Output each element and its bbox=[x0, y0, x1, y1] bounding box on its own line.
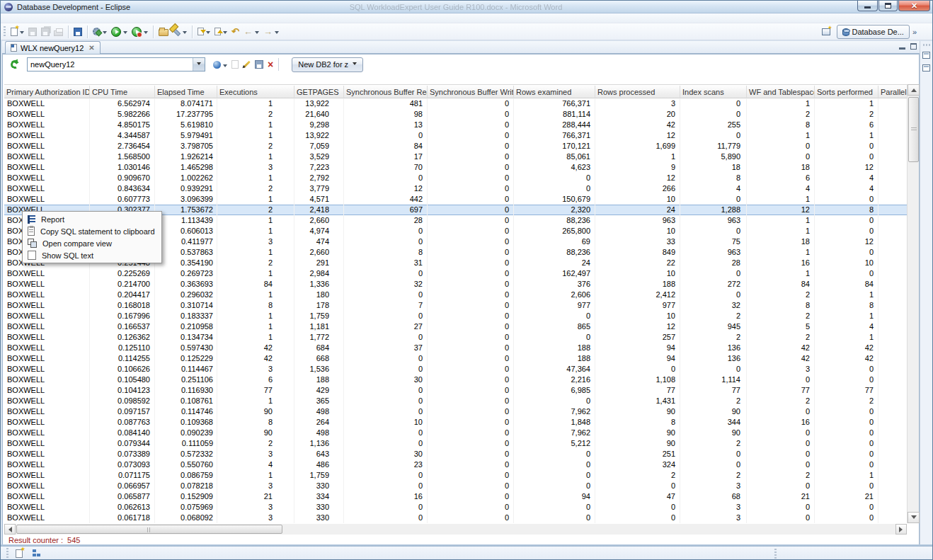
table-row[interactable]: BOXWELL 1.030146 1.465298 3 7,223 70 0 4… bbox=[4, 162, 907, 173]
table-row[interactable]: BOXWELL 0.073389 0.572332 3 643 30 0 0 2… bbox=[4, 449, 907, 459]
query-combo[interactable]: newQuery12 bbox=[27, 57, 205, 72]
new-wizard-fast-icon[interactable] bbox=[16, 549, 23, 558]
external-tools-button[interactable] bbox=[91, 24, 109, 40]
table-row[interactable]: BOXWELL 0.843634 0.939291 2 3,779 12 0 0… bbox=[4, 183, 907, 194]
scroll-up-button[interactable] bbox=[908, 84, 920, 96]
save-button[interactable] bbox=[26, 24, 39, 40]
table-row[interactable]: BOXWELL 0.087763 0.109368 8 264 10 0 1,8… bbox=[4, 417, 907, 428]
export-save-button[interactable] bbox=[71, 24, 84, 40]
table-row[interactable]: BOXWELL 0.204417 0.296032 1 180 0 0 2,60… bbox=[4, 290, 907, 300]
scroll-down-button[interactable] bbox=[908, 512, 920, 523]
close-button[interactable]: ✕ bbox=[898, 1, 930, 11]
toolbar-grip[interactable] bbox=[4, 26, 6, 38]
maximize-button[interactable] bbox=[878, 1, 898, 11]
context-menu-item[interactable]: Open compare view bbox=[24, 237, 160, 249]
context-menu-item[interactable]: Show SQL text bbox=[24, 249, 160, 261]
query-combo-dropdown[interactable] bbox=[193, 58, 205, 71]
scroll-right-button[interactable] bbox=[895, 524, 907, 535]
minimize-button[interactable] bbox=[857, 1, 878, 11]
table-row[interactable]: BOXWELL 0.126362 0.134734 1 1,772 0 0 0 … bbox=[4, 332, 907, 343]
table-row[interactable]: BOXWELL 0.166537 0.210958 1 1,181 27 0 8… bbox=[4, 321, 907, 332]
horizontal-scrollbar[interactable] bbox=[4, 524, 907, 535]
column-header-getpages[interactable]: GETPAGES bbox=[294, 86, 344, 98]
table-row[interactable]: BOXWELL 0.097157 0.114746 90 498 0 0 7,9… bbox=[4, 406, 907, 417]
table-row[interactable]: BOXWELL 0.062613 0.075969 3 330 0 0 0 0 … bbox=[4, 502, 907, 513]
context-menu-item[interactable]: Copy SQL statement to clipboard bbox=[24, 225, 160, 237]
outline-view-icon[interactable] bbox=[33, 549, 42, 558]
horizontal-scroll-thumb[interactable] bbox=[16, 525, 282, 534]
table-row[interactable]: BOXWELL 0.105480 0.251106 6 188 30 0 2,2… bbox=[4, 375, 907, 385]
column-header-elapsed-time[interactable]: Elapsed Time bbox=[155, 86, 217, 98]
table-row[interactable]: BOXWELL 0.079344 0.111059 2 1,136 0 0 5,… bbox=[4, 438, 907, 449]
column-header-synchronous-buffer-reads[interactable]: Synchronous Buffer Reads bbox=[344, 86, 428, 98]
tab-close-icon[interactable]: ✕ bbox=[88, 45, 94, 52]
perspective-overflow-chevron[interactable]: » bbox=[912, 28, 917, 36]
table-row[interactable]: BOXWELL 0.214700 0.363693 84 1,336 32 0 … bbox=[4, 279, 907, 290]
column-header-primary-authorization-id[interactable]: Primary Authorization ID bbox=[4, 86, 90, 98]
edit-query-button[interactable] bbox=[241, 57, 253, 72]
save-query-button[interactable] bbox=[253, 57, 265, 72]
restore-view-icon[interactable] bbox=[922, 52, 930, 59]
table-row[interactable]: BOXWELL 0.225269 0.269723 1 2,984 0 0 16… bbox=[4, 268, 907, 279]
vertical-scrollbar[interactable] bbox=[907, 84, 919, 523]
column-header-sorts-performed[interactable]: Sorts performed bbox=[815, 86, 878, 98]
column-header-parallel[interactable]: Parallel bbox=[878, 86, 907, 98]
context-menu-item[interactable]: Report bbox=[24, 213, 160, 225]
table-row[interactable]: BOXWELL 0.084140 0.090239 90 498 0 0 7,9… bbox=[4, 428, 907, 438]
table-row[interactable]: BOXWELL 0.125110 0.597430 42 684 37 0 18… bbox=[4, 343, 907, 353]
table-row[interactable]: BOXWELL 0.167996 0.183337 1 1,759 0 0 0 … bbox=[4, 311, 907, 321]
maximize-view-icon[interactable] bbox=[910, 43, 917, 50]
table-row[interactable]: BOXWELL 0.098592 0.108761 1 365 0 0 0 1,… bbox=[4, 396, 907, 406]
table-row[interactable]: BOXWELL 2.736454 3.798705 2 7,059 84 0 1… bbox=[4, 141, 907, 152]
table-row[interactable]: BOXWELL 0.073093 0.550760 4 486 23 0 0 3… bbox=[4, 459, 907, 470]
run-button[interactable] bbox=[109, 24, 130, 40]
table-row[interactable]: BOXWELL 0.065877 0.152909 21 334 16 0 94… bbox=[4, 491, 907, 502]
delete-query-button[interactable]: × bbox=[265, 57, 275, 72]
run-query-button[interactable] bbox=[130, 24, 150, 40]
table-row[interactable]: BOXWELL 0.061718 0.068092 3 330 0 0 0 0 … bbox=[4, 513, 907, 523]
perspective-database-development[interactable]: Database De... bbox=[837, 25, 910, 39]
back-button[interactable]: ← bbox=[241, 24, 261, 40]
refresh-query-button[interactable] bbox=[8, 57, 21, 72]
minimize-view-icon[interactable] bbox=[899, 47, 905, 50]
open-perspective-button[interactable] bbox=[820, 24, 832, 40]
table-row[interactable]: BOXWELL 0.071175 0.086759 1 1,759 0 0 0 … bbox=[4, 470, 907, 481]
column-header-synchronous-buffer-writes[interactable]: Synchronous Buffer Writes bbox=[428, 86, 514, 98]
table-row[interactable]: BOXWELL 5.982266 17.237795 2 21,640 98 0… bbox=[4, 109, 907, 120]
table-row[interactable]: BOXWELL 0.104123 0.116930 77 429 0 0 6,9… bbox=[4, 385, 907, 396]
column-header-index-scans[interactable]: Index scans bbox=[680, 86, 747, 98]
vertical-scroll-thumb[interactable] bbox=[908, 97, 919, 162]
print-button[interactable] bbox=[52, 24, 65, 40]
new-query-button[interactable] bbox=[211, 57, 229, 72]
next-annotation-button[interactable] bbox=[195, 24, 212, 40]
new-wizard-button[interactable] bbox=[8, 24, 26, 40]
editor-tab[interactable]: WLX newQuery12 ✕ bbox=[5, 41, 101, 54]
save-all-button[interactable] bbox=[39, 24, 52, 40]
bottom-bar-grip[interactable] bbox=[6, 548, 8, 559]
column-header-cpu-time[interactable]: CPU Time bbox=[90, 86, 155, 98]
column-header-rows-examined[interactable]: Rows examined bbox=[514, 86, 595, 98]
table-row[interactable]: BOXWELL 6.562974 8.074171 1 13,922 481 0… bbox=[4, 98, 907, 109]
fast-view-grip[interactable] bbox=[923, 44, 930, 46]
column-header-rows-processed[interactable]: Rows processed bbox=[595, 86, 680, 98]
column-header-executions[interactable]: Executions bbox=[217, 86, 294, 98]
editor-fast-view-icon[interactable] bbox=[922, 64, 930, 72]
table-row[interactable]: BOXWELL 0.114255 0.125229 42 668 0 0 188… bbox=[4, 353, 907, 364]
table-row[interactable]: BOXWELL 0.168018 0.310714 8 178 7 0 977 … bbox=[4, 300, 907, 311]
column-header-wf-and-tablespace-scans[interactable]: WF and Tablespace Scans bbox=[747, 86, 815, 98]
table-row[interactable]: BOXWELL 0.909670 1.002262 1 2,792 0 0 0 … bbox=[4, 173, 907, 183]
forward-button[interactable]: → bbox=[261, 24, 281, 40]
title-bar[interactable]: Database Development - Eclipse SQL Workl… bbox=[1, 1, 932, 13]
table-row[interactable]: BOXWELL 4.850175 5.619810 1 9,298 13 0 2… bbox=[4, 120, 907, 130]
subsystem-selector-button[interactable]: New DB2 for z bbox=[292, 57, 363, 72]
blank-page-button[interactable] bbox=[229, 57, 241, 72]
table-row[interactable]: BOXWELL 0.106626 0.114467 3 1,536 0 0 47… bbox=[4, 364, 907, 375]
scroll-left-button[interactable] bbox=[4, 524, 16, 535]
last-edit-location-button[interactable]: ↶ bbox=[229, 24, 241, 40]
table-row[interactable]: BOXWELL 0.066957 0.078218 3 330 0 0 0 0 … bbox=[4, 481, 907, 491]
table-row[interactable]: BOXWELL 1.568500 1.926214 1 3,529 17 0 8… bbox=[4, 152, 907, 162]
table-row[interactable]: BOXWELL 4.344587 5.979491 1 13,922 0 0 7… bbox=[4, 130, 907, 141]
open-folder-button[interactable] bbox=[156, 24, 171, 40]
table-row[interactable]: BOXWELL 0.607773 3.096399 1 4,571 442 0 … bbox=[4, 194, 907, 205]
search-button[interactable] bbox=[171, 24, 189, 40]
